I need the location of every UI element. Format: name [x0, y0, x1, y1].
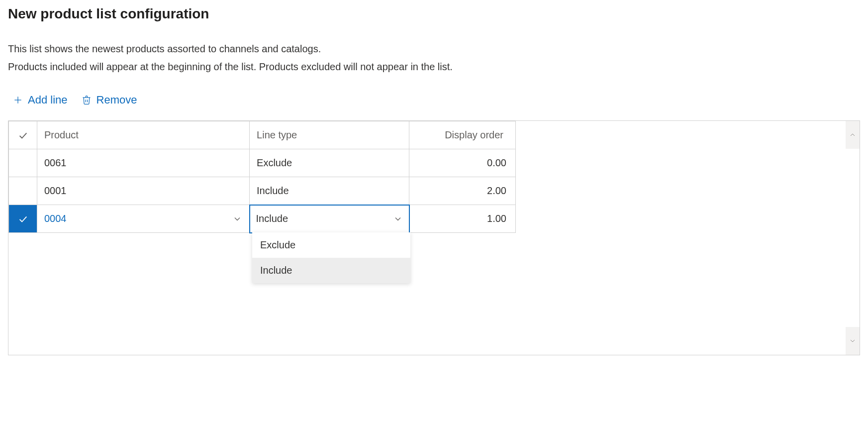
- product-cell[interactable]: 0004: [37, 205, 249, 233]
- check-icon: [17, 130, 28, 141]
- trash-icon: [82, 95, 92, 105]
- remove-label: Remove: [96, 94, 137, 106]
- line-type-cell[interactable]: Include: [250, 205, 409, 233]
- product-cell[interactable]: 0061: [37, 149, 249, 177]
- column-header-product[interactable]: Product: [37, 121, 249, 149]
- grid-toolbar: Add line Remove: [8, 92, 860, 108]
- select-all-header[interactable]: [9, 121, 37, 149]
- add-line-button[interactable]: Add line: [13, 92, 68, 108]
- row-select-cell[interactable]: [9, 205, 37, 233]
- description-line-2: Products included will appear at the beg…: [8, 58, 860, 76]
- line-type-cell[interactable]: Include: [250, 177, 409, 205]
- display-order-cell[interactable]: 0.00: [409, 149, 516, 177]
- dropdown-option-include[interactable]: Include: [252, 258, 410, 283]
- scroll-up-button[interactable]: [846, 121, 860, 149]
- scroll-down-button[interactable]: [846, 327, 860, 355]
- chevron-up-icon: [849, 131, 857, 139]
- dropdown-option-exclude[interactable]: Exclude: [252, 232, 410, 258]
- chevron-down-icon: [849, 337, 857, 345]
- chevron-down-icon[interactable]: [393, 214, 403, 224]
- description-block: This list shows the newest products asso…: [8, 40, 860, 76]
- table-row[interactable]: 0004 Include 1.00: [9, 205, 516, 233]
- line-type-dropdown: Exclude Include: [252, 232, 410, 283]
- row-select-cell[interactable]: [9, 177, 37, 205]
- product-cell[interactable]: 0001: [37, 177, 249, 205]
- plus-icon: [13, 95, 23, 105]
- table-row[interactable]: 0001 Include 2.00: [9, 177, 516, 205]
- line-type-value: Include: [256, 213, 289, 224]
- data-grid: Product Line type Display order 0061 Exc…: [8, 121, 516, 233]
- chevron-down-icon[interactable]: [232, 214, 242, 224]
- table-row[interactable]: 0061 Exclude 0.00: [9, 149, 516, 177]
- add-line-label: Add line: [28, 94, 68, 106]
- description-line-1: This list shows the newest products asso…: [8, 40, 860, 58]
- vertical-scrollbar: [846, 121, 860, 355]
- display-order-cell[interactable]: 1.00: [409, 205, 516, 233]
- check-icon: [17, 213, 28, 224]
- column-header-display-order[interactable]: Display order: [409, 121, 516, 149]
- page-title: New product list configuration: [8, 6, 860, 22]
- row-select-cell[interactable]: [9, 149, 37, 177]
- product-link[interactable]: 0004: [44, 213, 67, 224]
- data-grid-container: Product Line type Display order 0061 Exc…: [8, 120, 860, 355]
- header-row: Product Line type Display order: [9, 121, 516, 149]
- display-order-cell[interactable]: 2.00: [409, 177, 516, 205]
- column-header-line-type[interactable]: Line type: [250, 121, 409, 149]
- remove-button[interactable]: Remove: [82, 92, 137, 108]
- line-type-cell[interactable]: Exclude: [250, 149, 409, 177]
